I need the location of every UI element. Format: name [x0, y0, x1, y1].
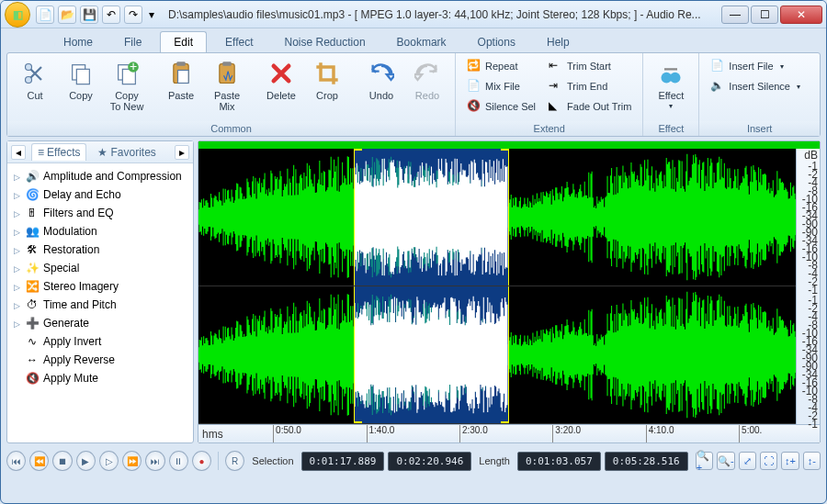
length-selection: 0:01:03.057 — [517, 452, 601, 471]
tree-item[interactable]: ▷🎚Filters and EQ — [11, 204, 189, 222]
zoom-selection-button[interactable]: ⛶ — [760, 452, 777, 470]
ribbon-tabs: Home File Edit Effect Noise Reduction Bo… — [1, 28, 826, 52]
fast-forward-button[interactable]: ⏩ — [122, 451, 142, 471]
tab-home[interactable]: Home — [51, 32, 106, 52]
effects-tree[interactable]: ▷🔊Amplitude and Compression ▷🌀Delay and … — [7, 163, 193, 442]
zoom-out-v-button[interactable]: ↕- — [803, 452, 821, 470]
tab-options[interactable]: Options — [465, 32, 528, 52]
panel-nav-back[interactable]: ◂ — [11, 145, 26, 160]
silence-icon: 🔇 — [467, 99, 481, 114]
zoom-in-button[interactable]: 🔍+ — [696, 452, 713, 470]
trim-start-button[interactable]: ⇤Trim Start — [543, 57, 637, 75]
selection-region[interactable] — [354, 286, 509, 423]
paste-mix-button[interactable]: Paste Mix — [205, 57, 249, 114]
trim-end-button[interactable]: ⇥Trim End — [543, 77, 637, 95]
cut-button[interactable]: Cut — [13, 57, 57, 103]
side-tab-favorites[interactable]: ★Favorites — [92, 144, 161, 161]
tree-item[interactable]: ▷✨Special — [11, 259, 189, 277]
insert-silence-icon: 🔈 — [710, 79, 725, 94]
goto-end-button[interactable]: ⏭ — [145, 451, 164, 471]
tree-item[interactable]: 🔇Apply Mute — [11, 369, 189, 387]
insert-file-button[interactable]: 📄Insert File▾ — [705, 57, 806, 75]
crop-button[interactable]: Crop — [305, 57, 349, 103]
repeat-button[interactable]: 🔁Repeat — [461, 57, 541, 75]
tab-edit[interactable]: Edit — [160, 31, 207, 52]
qat-open-icon[interactable]: 📂 — [58, 6, 76, 24]
time-ruler[interactable]: hms 0:50.0 1:40.0 2:30.0 3:20.0 4:10.0 5… — [198, 424, 820, 442]
effect-button[interactable]: Effect▾ — [649, 57, 693, 114]
zoom-out-button[interactable]: 🔍- — [717, 452, 735, 470]
tab-help[interactable]: Help — [534, 32, 583, 52]
qat-dropdown-icon[interactable]: ▾ — [146, 6, 157, 24]
zoom-in-v-button[interactable]: ↕+ — [781, 452, 799, 470]
pause-button[interactable]: ⏸ — [169, 451, 188, 471]
tree-item[interactable]: ▷🛠Restoration — [11, 241, 189, 259]
zoom-full-button[interactable]: ⤢ — [739, 452, 756, 470]
tree-item[interactable]: ▷🔀Stereo Imagery — [11, 277, 189, 296]
rewind-button[interactable]: ⏪ — [29, 451, 49, 471]
waveform-left-channel[interactable] — [198, 149, 820, 286]
record-button[interactable]: ● — [192, 451, 211, 471]
waveform-editor[interactable]: hms 0:50.0 1:40.0 2:30.0 3:20.0 4:10.0 5… — [198, 140, 821, 443]
transport-bar: ⏮ ⏪ ⏹ ▶ ▷ ⏩ ⏭ ⏸ ● R Selection 0:01:17.88… — [6, 447, 821, 475]
tree-item[interactable]: ▷🔊Amplitude and Compression — [11, 167, 189, 185]
effects-panel: ◂ ≡Effects ★Favorites ▸ ▷🔊Amplitude and … — [6, 140, 194, 443]
effect-cat-icon: 🌀 — [25, 187, 40, 202]
copy-icon — [66, 59, 96, 88]
tree-item[interactable]: ▷➕Generate — [11, 314, 189, 332]
insert-file-icon: 📄 — [710, 59, 725, 73]
tree-item[interactable]: ▷🌀Delay and Echo — [11, 185, 189, 204]
panel-nav-next[interactable]: ▸ — [175, 145, 189, 160]
insert-silence-button[interactable]: 🔈Insert Silence▾ — [705, 77, 806, 95]
mix-file-button[interactable]: 📄Mix File — [461, 77, 541, 95]
tab-noise-reduction[interactable]: Noise Reduction — [272, 32, 379, 52]
tree-item[interactable]: ▷👥Modulation — [11, 222, 189, 241]
svg-point-14 — [670, 73, 681, 84]
play-button[interactable]: ▶ — [76, 451, 96, 471]
svg-rect-3 — [76, 69, 89, 84]
svg-point-0 — [26, 77, 32, 84]
paste-button[interactable]: Paste — [159, 57, 203, 103]
selection-region[interactable] — [354, 149, 509, 286]
effect-cat-icon: ⏱ — [25, 297, 40, 312]
group-effect-label: Effect — [643, 121, 698, 136]
side-tab-effects[interactable]: ≡Effects — [31, 143, 86, 161]
tree-item[interactable]: ▷⏱Time and Pitch — [11, 296, 189, 314]
qat-undo-icon[interactable]: ↶ — [102, 6, 120, 24]
fade-out-trim-button[interactable]: ◣Fade Out Trim — [543, 97, 637, 116]
reverse-icon: ↔ — [25, 353, 40, 367]
maximize-button[interactable]: ☐ — [751, 6, 778, 24]
svg-rect-9 — [176, 62, 185, 66]
undo-button[interactable]: Undo — [359, 57, 403, 103]
tree-item[interactable]: ∿Apply Invert — [11, 332, 189, 351]
silence-sel-button[interactable]: 🔇Silence Sel — [461, 97, 541, 116]
ruler-tick: 1:40.0 — [367, 425, 395, 442]
quick-access-toolbar: 📄 📂 💾 ↶ ↷ ▾ — [36, 6, 157, 24]
waveform-right-channel[interactable] — [198, 286, 820, 424]
svg-text:+: + — [130, 61, 137, 73]
copy-new-icon: + — [112, 59, 142, 88]
qat-new-icon[interactable]: 📄 — [36, 6, 54, 24]
effect-cat-icon: ✨ — [25, 261, 40, 275]
tab-file[interactable]: File — [111, 32, 154, 52]
scissors-icon — [20, 59, 50, 88]
redo-button[interactable]: Redo — [405, 57, 449, 103]
effect-cat-icon: 🔀 — [25, 279, 40, 294]
effect-cat-icon: 🔊 — [25, 169, 40, 184]
stop-button[interactable]: ⏹ — [52, 451, 72, 471]
qat-save-icon[interactable]: 💾 — [80, 6, 98, 24]
tab-effect[interactable]: Effect — [212, 32, 266, 52]
close-button[interactable]: ✕ — [780, 6, 822, 24]
loop-button[interactable]: R — [225, 451, 244, 471]
qat-redo-icon[interactable]: ↷ — [124, 6, 142, 24]
goto-start-button[interactable]: ⏮ — [6, 451, 26, 471]
minimize-button[interactable]: — — [721, 6, 749, 24]
play-selection-button[interactable]: ▷ — [99, 451, 119, 471]
copy-to-new-button[interactable]: +Copy To New — [105, 57, 149, 114]
copy-button[interactable]: Copy — [59, 57, 103, 103]
tree-item[interactable]: ↔Apply Reverse — [11, 351, 189, 369]
delete-button[interactable]: Delete — [259, 57, 303, 103]
tab-bookmark[interactable]: Bookmark — [384, 32, 459, 52]
app-icon: ◧ — [5, 2, 30, 28]
ribbon: Cut Copy +Copy To New Paste Paste Mix De… — [6, 52, 821, 137]
